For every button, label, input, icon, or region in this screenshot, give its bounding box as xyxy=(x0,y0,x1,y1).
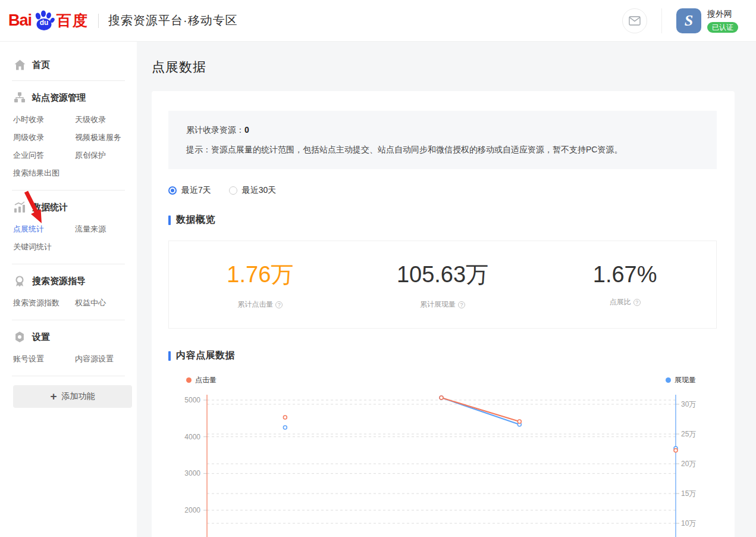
stat-label: 累计展现量 xyxy=(420,299,456,310)
radio-last-7-days[interactable]: 最近7天 xyxy=(168,185,211,196)
svg-text:5000: 5000 xyxy=(184,396,200,404)
sidebar-item-hourly-inclusion[interactable]: 小时收录 xyxy=(13,111,75,129)
sidebar-item-home[interactable]: 首页 xyxy=(0,57,137,73)
platform-title: 搜索资源平台·移动专区 xyxy=(108,13,238,29)
section-accent-bar xyxy=(168,216,171,225)
overview-stats-panel: 1.76万 累计点击量 105.63万 累计展现量 1.67% 点展比 xyxy=(168,241,717,329)
stat-label: 累计点击量 xyxy=(237,299,273,310)
chart-section-header: 内容点展数据 xyxy=(168,349,717,362)
radio-label: 最近30天 xyxy=(242,185,277,196)
chart-legend: 点击量 展现量 xyxy=(168,375,717,385)
radio-dot-icon xyxy=(168,186,177,195)
section-title: 数据统计 xyxy=(32,202,68,213)
legend-dot-orange xyxy=(186,377,192,383)
legend-clicks[interactable]: 点击量 xyxy=(186,375,217,385)
sidebar-section-search-guidance: 搜索资源指导 xyxy=(0,273,137,289)
help-icon[interactable] xyxy=(633,299,641,306)
sidebar-divider xyxy=(12,264,125,264)
legend-dot-blue xyxy=(666,377,671,383)
user-info[interactable]: 搜外网 已认证 xyxy=(707,9,738,33)
sidebar-item-video-express[interactable]: 视频极速服务 xyxy=(75,129,137,146)
home-icon xyxy=(13,58,26,71)
baidu-paw-icon: du xyxy=(32,9,56,33)
user-avatar[interactable]: S xyxy=(676,8,701,33)
sidebar-item-traffic-source[interactable]: 流量来源 xyxy=(75,220,137,238)
sidebar-item-search-resource-index[interactable]: 搜索资源指数 xyxy=(13,294,75,312)
add-feature-button[interactable]: + 添加功能 xyxy=(13,385,132,408)
svg-text:25万: 25万 xyxy=(681,430,696,438)
notice-line-resources: 累计收录资源：0 xyxy=(186,120,699,140)
stat-total-clicks: 1.76万 累计点击量 xyxy=(169,260,352,310)
stat-value: 1.76万 xyxy=(169,260,352,290)
messages-button[interactable] xyxy=(622,8,647,33)
svg-text:20万: 20万 xyxy=(681,460,696,468)
sidebar-section-data-statistics: 数据统计 xyxy=(0,199,137,216)
help-icon[interactable] xyxy=(275,301,283,308)
sidebar-item-click-impression-stats[interactable]: 点展统计 xyxy=(13,220,75,238)
logo-text-cn: 百度 xyxy=(57,11,89,30)
stat-value: 105.63万 xyxy=(352,260,534,290)
notice-box: 累计收录资源：0 提示：资源点展量的统计范围，包括站点主动提交、站点自动同步和微… xyxy=(168,111,717,169)
logo-text-du: du xyxy=(40,18,49,27)
chart-section-title: 内容点展数据 xyxy=(176,349,235,362)
sidebar-item-original-protection[interactable]: 原创保护 xyxy=(75,146,137,164)
date-range-filters: 最近7天 最近30天 xyxy=(168,185,717,196)
gear-icon xyxy=(13,330,26,344)
svg-text:3000: 3000 xyxy=(184,469,200,477)
sidebar-section-site-resources: 站点资源管理 xyxy=(0,89,137,106)
section-accent-bar xyxy=(168,351,171,361)
baidu-logo[interactable]: Bai du 百度 xyxy=(8,9,89,33)
radio-dot-icon xyxy=(229,186,237,195)
radio-last-30-days[interactable]: 最近30天 xyxy=(229,185,277,196)
section-title: 搜索资源指导 xyxy=(32,276,86,287)
help-icon[interactable] xyxy=(458,301,465,308)
sidebar-item-weekly-inclusion[interactable]: 周级收录 xyxy=(13,129,75,146)
sidebar-divider xyxy=(12,190,125,191)
stat-click-impression-ratio: 1.67% 点展比 xyxy=(534,262,716,307)
svg-text:30万: 30万 xyxy=(681,400,696,408)
sidebar-divider xyxy=(12,320,125,320)
sidebar-divider xyxy=(12,376,125,376)
sidebar-section-settings: 设置 xyxy=(0,329,137,345)
section-title: 设置 xyxy=(32,332,50,343)
header-vertical-divider xyxy=(661,8,662,33)
verified-badge: 已认证 xyxy=(707,22,738,33)
stat-value: 1.67% xyxy=(534,262,716,288)
sidebar-item-benefits-center[interactable]: 权益中心 xyxy=(75,294,137,312)
header-divider xyxy=(98,14,99,28)
sidebar-item-keyword-stats[interactable]: 关键词统计 xyxy=(13,238,75,256)
user-name: 搜外网 xyxy=(707,9,732,20)
logo-text-bai: Bai xyxy=(8,11,32,30)
avatar-letter: S xyxy=(685,12,693,30)
sidebar-item-enterprise-qa[interactable]: 企业问答 xyxy=(13,146,75,164)
sidebar-item-content-source-settings[interactable]: 内容源设置 xyxy=(75,350,137,368)
sidebar-item-serp-images[interactable]: 搜索结果出图 xyxy=(13,164,75,182)
sidebar-divider xyxy=(12,80,125,81)
add-feature-label: 添加功能 xyxy=(62,391,95,402)
sidebar-item-daily-inclusion[interactable]: 天级收录 xyxy=(75,111,137,129)
notice-value: 0 xyxy=(244,125,249,135)
bar-chart-icon xyxy=(13,201,26,214)
medal-icon xyxy=(13,274,26,288)
plus-icon: + xyxy=(50,390,57,403)
legend-impressions[interactable]: 展现量 xyxy=(666,375,696,385)
top-header: Bai du 百度 搜索资源平台·移动专区 S 搜外网 已认 xyxy=(0,0,756,42)
legend-label: 点击量 xyxy=(195,375,217,385)
content-card: 累计收录资源：0 提示：资源点展量的统计范围，包括站点主动提交、站点自动同步和微… xyxy=(152,91,735,537)
sidebar-home-label: 首页 xyxy=(32,60,50,71)
radio-label: 最近7天 xyxy=(181,185,211,196)
notice-tip: 提示：资源点展量的统计范围，包括站点主动提交、站点自动同步和微信授权的移动或自适… xyxy=(186,140,699,160)
mail-icon xyxy=(629,16,641,26)
overview-section-header: 数据概览 xyxy=(168,214,717,226)
svg-text:2000: 2000 xyxy=(184,506,200,514)
stat-total-impressions: 105.63万 累计展现量 xyxy=(352,260,534,310)
main-content: 点展数据 累计收录资源：0 提示：资源点展量的统计范围，包括站点主动提交、站点自… xyxy=(137,42,756,537)
notice-label: 累计收录资源： xyxy=(186,125,244,135)
sitemap-icon xyxy=(13,91,26,104)
svg-text:4000: 4000 xyxy=(184,433,200,441)
chart-svg: 500040003000200030万25万20万15万10万 xyxy=(168,391,717,537)
sidebar-item-account-settings[interactable]: 账号设置 xyxy=(13,350,75,368)
svg-text:15万: 15万 xyxy=(681,489,696,498)
svg-text:10万: 10万 xyxy=(681,519,696,527)
page-title: 点展数据 xyxy=(152,58,735,76)
